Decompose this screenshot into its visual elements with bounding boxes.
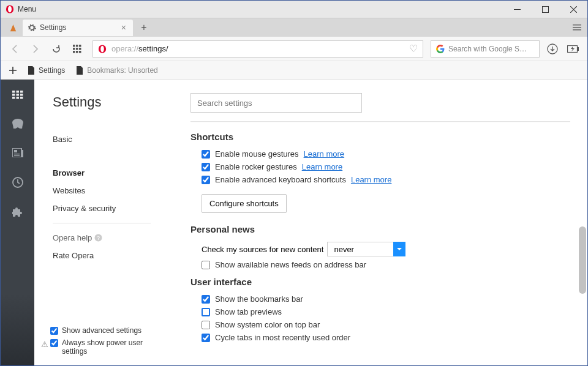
bookmark-settings[interactable]: Settings [28,66,65,75]
navigation-bar: opera://settings/ ♡ Search with Google S… [1,37,587,61]
help-icon: ? [94,234,102,242]
svg-rect-7 [73,45,75,47]
svg-rect-11 [76,48,78,50]
maximize-button[interactable] [531,1,559,18]
svg-rect-34 [21,150,23,157]
opera-logo-icon [6,5,14,13]
svg-rect-22 [16,91,19,93]
news-interval-select[interactable]: never [327,242,405,256]
battery-saver-button[interactable] [565,41,581,57]
dock-speed-dial-icon[interactable] [12,91,23,99]
svg-rect-31 [14,150,17,152]
svg-rect-9 [79,45,81,47]
news-interval-row: Check my sources for new content never [202,242,570,256]
sidenav-basic[interactable]: Basic [53,135,190,144]
sidenav-help[interactable]: Opera help ? [53,233,190,242]
svg-rect-5 [573,27,581,28]
sidenav-rate[interactable]: Rate Opera [53,251,190,260]
checkbox-keyboard-shortcuts[interactable]: Enable advanced keyboard shortcuts Learn… [202,175,570,184]
svg-rect-32 [14,154,20,154]
svg-rect-25 [16,94,19,96]
tab-menu-button[interactable] [573,24,581,31]
power-user-checkbox[interactable]: ⚠Always show power user settings [50,338,154,356]
warning-icon: ⚠ [41,340,48,349]
reload-button[interactable] [48,41,64,57]
tab-strip: Settings × + [1,18,587,37]
svg-rect-3 [542,6,548,12]
speed-dial-button[interactable] [69,41,85,57]
gear-icon [28,23,36,32]
pinned-tab[interactable] [4,19,21,36]
section-heading: Shortcuts [190,132,570,142]
dock-news-icon[interactable] [12,148,23,157]
window-title: Menu [18,5,503,13]
settings-sidebar: Settings Basic Browser Websites Privacy … [34,80,190,365]
checkbox-bookmarks-bar[interactable]: Show the bookmarks bar [202,294,570,304]
show-advanced-checkbox[interactable]: Show advanced settings [50,326,154,335]
svg-rect-15 [79,51,81,53]
address-bar[interactable]: opera://settings/ ♡ [92,40,423,58]
checkbox-system-color[interactable]: Show system color on top bar [202,320,570,329]
svg-rect-4 [573,24,581,26]
scrollbar-thumb[interactable] [579,226,586,294]
add-bookmark-button[interactable] [9,67,17,74]
page-title: Settings [53,94,190,110]
svg-rect-20 [578,47,579,51]
checkbox-cycle-tabs[interactable]: Cycle tabs in most recently used order [202,333,570,342]
settings-main: Shortcuts Enable mouse gestures Learn mo… [190,80,587,365]
svg-rect-13 [73,51,75,53]
title-bar: Menu [1,1,587,18]
new-tab-button[interactable]: + [135,22,153,33]
tab-close-icon[interactable]: × [119,23,128,32]
dock-history-icon[interactable] [12,177,23,188]
close-button[interactable] [559,1,587,18]
dock-extensions-icon[interactable] [12,207,23,218]
checkbox-mouse-gestures[interactable]: Enable mouse gestures Learn more [202,149,570,159]
svg-rect-33 [14,155,20,156]
search-placeholder: Search with Google S… [448,45,527,53]
downloads-button[interactable] [545,41,560,57]
learn-more-link[interactable]: Learn more [351,175,391,184]
configure-shortcuts-button[interactable]: Configure shortcuts [202,194,287,213]
section-user-interface: User interface Show the bookmarks bar Sh… [190,277,570,342]
settings-search-input[interactable] [190,93,362,113]
page-icon [28,66,35,75]
search-box[interactable]: Search with Google S… [431,40,540,58]
svg-rect-26 [20,94,23,96]
svg-rect-24 [12,94,15,96]
back-button[interactable] [7,41,23,57]
svg-rect-6 [573,29,581,31]
bookmark-unsorted[interactable]: Bookmarks: Unsorted [76,66,157,75]
svg-rect-8 [76,45,78,47]
checkbox-tab-previews[interactable]: Show tab previews [202,307,570,316]
svg-point-1 [8,6,12,13]
learn-more-link[interactable]: Learn more [302,162,342,171]
minimize-button[interactable] [503,1,531,18]
sidenav-websites[interactable]: Websites [53,186,190,195]
checkbox-rocker-gestures[interactable]: Enable rocker gestures Learn more [202,162,570,171]
svg-rect-29 [20,97,23,99]
sidenav-browser[interactable]: Browser [53,168,190,177]
svg-rect-10 [73,48,75,50]
svg-rect-14 [76,51,78,53]
sidenav-privacy[interactable]: Privacy & security [53,204,190,213]
checkbox-news-feeds[interactable]: Show available news feeds on address bar [202,260,570,269]
bookmark-heart-icon[interactable]: ♡ [409,43,418,54]
url-path: settings/ [138,44,168,53]
svg-text:?: ? [97,235,100,241]
svg-rect-21 [12,91,15,93]
tab-title: Settings [40,23,66,32]
settings-page: Settings Basic Browser Websites Privacy … [34,80,587,365]
google-icon [436,45,445,53]
dock-bookmarks-icon[interactable] [12,119,23,129]
learn-more-link[interactable]: Learn more [304,149,344,159]
forward-button[interactable] [28,41,43,57]
sidebar-bottom-options: Show advanced settings ⚠Always show powe… [50,323,154,356]
svg-rect-2 [514,9,521,10]
section-heading: Personal news [190,224,570,234]
opera-badge-icon [98,45,107,53]
section-personal-news: Personal news Check my sources for new c… [190,224,570,269]
svg-rect-28 [16,97,19,99]
svg-rect-27 [12,97,15,99]
tab-settings[interactable]: Settings × [23,20,133,36]
